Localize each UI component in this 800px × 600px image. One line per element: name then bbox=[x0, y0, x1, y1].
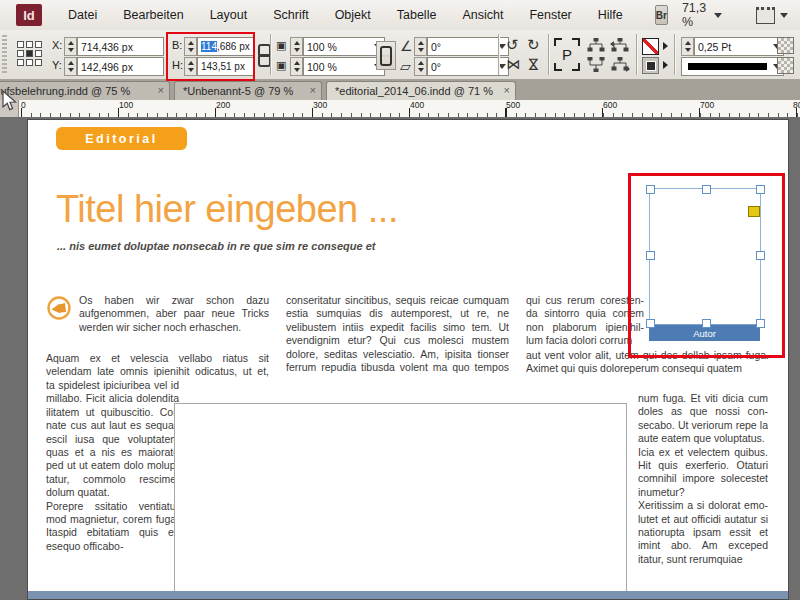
text-frame-col3-bottom[interactable]: num fuga. Et viti dicia cum doles as que… bbox=[638, 392, 768, 591]
width-label: B: bbox=[172, 39, 182, 51]
selection-handle[interactable] bbox=[702, 319, 711, 328]
document-tab[interactable]: errufsbelehrung.indd @ 75 % × bbox=[0, 81, 170, 100]
width-field[interactable]: 114,686 px bbox=[197, 37, 254, 56]
stroke-flyout-icon[interactable] bbox=[663, 42, 668, 50]
height-field[interactable]: 143,51 px bbox=[197, 57, 254, 76]
x-position-field[interactable]: 714,436 px bbox=[77, 37, 164, 56]
paragraph: Os haben wir zwar schon dazu aufgenom­me… bbox=[79, 294, 269, 333]
scale-y-value: 100 % bbox=[307, 61, 337, 73]
corner-radius-handle[interactable] bbox=[748, 206, 760, 217]
ruler-label: 500 bbox=[506, 100, 520, 110]
zoom-level-dropdown[interactable]: 71,3 % bbox=[682, 1, 722, 29]
selection-handle[interactable] bbox=[646, 251, 655, 260]
text-frame-col1-p2[interactable]: Aquam ex et velescia vellabo riatus sit … bbox=[46, 352, 269, 379]
text-frame-col1-p1[interactable]: Os haben wir zwar schon dazu aufgenom­me… bbox=[46, 294, 269, 338]
x-label: X: bbox=[52, 39, 62, 51]
view-options-icon bbox=[756, 7, 775, 24]
document-page[interactable]: Editorial Titel hier eingeben ... ... ni… bbox=[27, 119, 789, 600]
constrain-scale-link-button[interactable] bbox=[376, 41, 396, 70]
select-content-icon[interactable] bbox=[586, 38, 606, 53]
menu-ansicht[interactable]: Ansicht bbox=[462, 8, 503, 22]
panel-grip[interactable] bbox=[2, 35, 7, 74]
control-panel: X: 714,436 px Y: 142,496 px B: 114,686 p… bbox=[0, 30, 800, 80]
selection-handle[interactable] bbox=[756, 251, 765, 260]
fill-swatch[interactable] bbox=[642, 57, 659, 74]
stroke-swatch-none[interactable] bbox=[642, 38, 659, 55]
rotation-value: 0° bbox=[431, 41, 441, 53]
reference-point-proxy[interactable] bbox=[17, 41, 44, 68]
empty-graphic-frame[interactable] bbox=[174, 403, 627, 594]
zoom-level-value: 71,3 % bbox=[682, 1, 706, 29]
select-container-button[interactable]: P bbox=[554, 38, 580, 71]
text-frame-col3-wide[interactable]: aut vent volor alit, utem qui des dollab… bbox=[526, 349, 769, 377]
flip-vertical-icon[interactable]: ⋈ bbox=[527, 57, 541, 71]
effects-icon[interactable] bbox=[777, 37, 794, 54]
select-previous-object-icon[interactable] bbox=[610, 38, 630, 53]
editorial-badge[interactable]: Editorial bbox=[56, 127, 187, 150]
y-position-field[interactable]: 142,496 px bbox=[77, 57, 164, 76]
page-title[interactable]: Titel hier eingeben ... bbox=[56, 188, 398, 231]
select-next-object-icon[interactable] bbox=[610, 57, 630, 72]
divider bbox=[548, 34, 549, 75]
selection-handle[interactable] bbox=[756, 185, 765, 194]
close-icon[interactable]: × bbox=[158, 84, 164, 96]
menu-tabelle[interactable]: Tabelle bbox=[397, 8, 437, 22]
select-container-parent-icon[interactable] bbox=[586, 57, 606, 72]
selection-handle[interactable] bbox=[702, 185, 711, 194]
selection-handle[interactable] bbox=[646, 319, 655, 328]
megaphone-icon bbox=[46, 295, 74, 321]
y-stepper[interactable] bbox=[64, 57, 77, 76]
pasteboard: Editorial Titel hier eingeben ... ... ni… bbox=[0, 117, 800, 600]
rotation-field[interactable]: 0° bbox=[427, 37, 509, 56]
close-icon[interactable]: × bbox=[504, 84, 510, 96]
selection-handle[interactable] bbox=[646, 185, 655, 194]
selection-handle[interactable] bbox=[756, 319, 765, 328]
ruler-label: 300 bbox=[313, 100, 327, 110]
menu-fenster[interactable]: Fenster bbox=[529, 8, 571, 22]
scale-y-field[interactable]: 100 % bbox=[303, 57, 385, 76]
menu-bearbeiten[interactable]: Bearbeiten bbox=[123, 8, 183, 22]
scale-x-field[interactable]: 100 % bbox=[303, 37, 385, 56]
document-tab-active[interactable]: *editorial_2014_06.indd @ 71 % × bbox=[326, 81, 516, 100]
text-frame-col3-narrow[interactable]: qui cus rerum coresten­da sintorro quia … bbox=[526, 294, 644, 349]
solid-stroke-swatch bbox=[688, 63, 767, 70]
p-letter: P bbox=[554, 46, 580, 63]
rotate-ccw-icon[interactable]: ↺ bbox=[506, 37, 519, 52]
fill-flyout-icon[interactable] bbox=[663, 61, 668, 69]
selected-text: 114 bbox=[201, 41, 217, 52]
page-subtitle[interactable]: ... nis eumet doluptae nonsecab in re qu… bbox=[57, 240, 375, 252]
menu-schrift[interactable]: Schrift bbox=[273, 8, 308, 22]
stroke-weight-field[interactable]: 0,25 Pt bbox=[694, 37, 784, 56]
text-frame-col1-p3[interactable]: ta spidelest ipiciuribea vel id millabo.… bbox=[46, 379, 179, 594]
height-stepper[interactable] bbox=[184, 57, 197, 76]
rotation-angle-icon: ∠ bbox=[400, 39, 413, 53]
shear-stepper[interactable] bbox=[414, 57, 427, 76]
menu-datei[interactable]: Datei bbox=[68, 8, 97, 22]
menu-layout[interactable]: Layout bbox=[210, 8, 248, 22]
bridge-button[interactable]: Br bbox=[655, 5, 668, 25]
scale-y-stepper[interactable] bbox=[290, 57, 303, 76]
menu-hilfe[interactable]: Hilfe bbox=[598, 8, 623, 22]
stroke-weight-value: 0,25 Pt bbox=[698, 41, 731, 53]
ruler-label: 200 bbox=[216, 100, 230, 110]
menu-objekt[interactable]: Objekt bbox=[335, 8, 371, 22]
x-stepper[interactable] bbox=[64, 37, 77, 56]
flip-horizontal-icon[interactable]: ⋈ bbox=[506, 57, 520, 71]
text-frame-col2[interactable]: conseritatur sincitibus, sequis reicae c… bbox=[286, 294, 509, 376]
tab-label: *editorial_2014_06.indd @ 71 % bbox=[335, 85, 493, 97]
view-options-button[interactable] bbox=[756, 7, 788, 24]
ruler-label: 0 bbox=[21, 100, 26, 110]
horizontal-ruler[interactable]: 0 100 200 300 400 500 600 700 800 bbox=[0, 100, 800, 118]
scale-x-stepper[interactable] bbox=[290, 37, 303, 56]
selected-author-frame[interactable]: Autor bbox=[649, 188, 761, 326]
rotate-cw-icon[interactable]: ↻ bbox=[527, 37, 540, 52]
paragraph: num fuga. Et viti dicia cum doles as que… bbox=[638, 392, 768, 446]
rotation-stepper[interactable] bbox=[414, 37, 427, 56]
stroke-weight-stepper[interactable] bbox=[681, 37, 694, 56]
stroke-type-dropdown[interactable] bbox=[681, 57, 784, 76]
close-icon[interactable]: × bbox=[310, 84, 316, 96]
width-stepper[interactable] bbox=[184, 37, 197, 56]
transparency-icon[interactable] bbox=[777, 57, 794, 74]
document-tab[interactable]: *Unbenannt-5 @ 79 % × bbox=[174, 81, 322, 100]
shear-field[interactable]: 0° bbox=[427, 57, 509, 76]
